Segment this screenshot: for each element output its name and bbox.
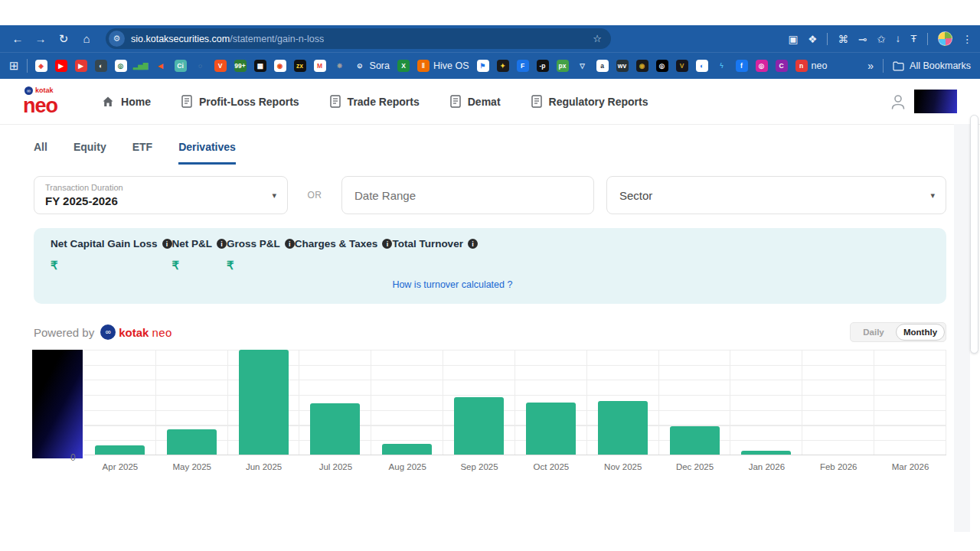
bookmark-item[interactable]: ◐ <box>95 60 107 72</box>
reload-icon[interactable]: ↻ <box>54 29 74 49</box>
translate-icon[interactable]: Ŧ <box>910 33 916 44</box>
bookmark-item[interactable]: ❋ <box>334 60 346 72</box>
app-header: ∞ kotak neo Home Profit-Loss Reports Tra… <box>0 79 980 125</box>
chart-bar[interactable] <box>598 401 648 455</box>
x-axis-tick-label: Nov 2025 <box>587 455 659 471</box>
bookmark-item[interactable]: ⊙ Sora <box>354 60 390 72</box>
bookmark-item[interactable]: V <box>214 60 227 72</box>
info-icon[interactable]: i <box>162 239 172 249</box>
nav-item[interactable]: Home <box>102 96 151 108</box>
bookmark-item[interactable]: ▶ <box>55 60 67 72</box>
extension-bot-icon[interactable]: ⌘ <box>838 33 848 45</box>
bookmark-item[interactable]: ⚑ <box>477 60 489 72</box>
kotak-neo-logo[interactable]: ∞ kotak neo <box>23 86 57 116</box>
chart-bar[interactable] <box>310 403 360 455</box>
nav-item[interactable]: Demat <box>450 95 501 108</box>
nav-item[interactable]: Trade Reports <box>330 95 420 108</box>
summary-card-value: ₹ <box>227 255 295 276</box>
bookmark-item[interactable]: F <box>517 60 529 72</box>
chart-bar[interactable] <box>382 444 432 455</box>
bookmarks-overflow-icon[interactable]: » <box>867 60 874 72</box>
bookmark-item[interactable]: ◎ <box>656 60 668 72</box>
bookmark-item[interactable]: -p <box>537 60 549 72</box>
date-range-placeholder: Date Range <box>354 189 416 202</box>
bookmark-item[interactable]: px <box>557 60 569 72</box>
bookmark-item[interactable]: V <box>676 60 688 72</box>
tab[interactable]: Derivatives <box>178 141 236 165</box>
bookmark-item[interactable]: n neo <box>795 60 828 72</box>
bookmark-item[interactable]: ▽ <box>577 60 589 72</box>
info-icon[interactable]: i <box>382 239 392 249</box>
apps-grid-icon[interactable]: ⊞ <box>9 59 19 73</box>
bookmark-item[interactable]: 99+ <box>234 60 247 72</box>
extension-star-icon[interactable]: ✩ <box>877 33 885 45</box>
download-icon[interactable]: ↓ <box>896 33 901 44</box>
home-icon[interactable]: ⌂ <box>77 29 96 49</box>
tab[interactable]: All <box>34 141 47 165</box>
profile-avatar[interactable] <box>938 31 952 46</box>
chart-column <box>659 350 731 455</box>
bookmark-label: Hive OS <box>433 60 469 71</box>
info-icon[interactable]: i <box>217 239 227 249</box>
period-toggle: Daily Monthly <box>850 322 946 342</box>
tab[interactable]: Equity <box>74 141 106 165</box>
chart-bar[interactable] <box>670 426 720 455</box>
bookmark-item[interactable]: ◐ <box>696 60 708 72</box>
info-icon[interactable]: i <box>285 239 295 249</box>
bookmark-item[interactable]: C <box>776 60 788 72</box>
daily-toggle-button[interactable]: Daily <box>851 324 896 341</box>
back-icon[interactable]: ← <box>8 29 28 49</box>
bookmark-item[interactable]: ‖ Hive OS <box>417 60 469 72</box>
chart-plot-area <box>84 350 946 455</box>
date-range-input[interactable]: Date Range <box>341 176 594 214</box>
bookmark-item[interactable]: M <box>314 60 326 72</box>
address-bar[interactable]: ⚙ sio.kotaksecurities.com/statement/gain… <box>106 28 611 49</box>
bookmark-item[interactable]: X <box>397 60 410 72</box>
monthly-toggle-button[interactable]: Monthly <box>896 324 945 341</box>
chart-bar[interactable] <box>454 397 504 455</box>
bookmark-item[interactable]: ◌ <box>194 60 207 72</box>
nav-item[interactable]: Regulatory Reports <box>531 95 648 108</box>
bookmark-item[interactable]: ◈ <box>35 60 47 72</box>
transaction-duration-select[interactable]: Transaction Duration FY 2025-2026 ▾ <box>34 176 288 214</box>
bookmark-item[interactable]: ◎ <box>756 60 768 72</box>
person-icon[interactable] <box>890 93 906 111</box>
extensions-icon[interactable]: ❖ <box>808 33 817 45</box>
chart-bar[interactable] <box>741 451 791 455</box>
bookmark-item[interactable]: ◎ <box>115 60 127 72</box>
tab[interactable]: ETF <box>132 141 152 165</box>
site-settings-icon[interactable]: ⚙ <box>109 31 125 47</box>
scrollbar-thumb[interactable] <box>970 115 978 354</box>
sector-select[interactable]: Sector ▾ <box>606 176 946 214</box>
chart-bar[interactable] <box>167 429 217 455</box>
bookmark-item[interactable]: ▶ <box>75 60 87 72</box>
bookmark-item[interactable]: f <box>736 60 748 72</box>
side-panel-icon[interactable]: ▣ <box>789 33 799 45</box>
info-icon[interactable]: i <box>468 239 478 249</box>
bookmark-item[interactable]: ▂▅▇ <box>135 60 147 72</box>
bookmark-favicon: ▶ <box>55 60 67 72</box>
nav-item[interactable]: Profit-Loss Reports <box>181 95 299 108</box>
bookmark-favicon: ◉ <box>636 60 648 72</box>
bookmark-item[interactable]: wv <box>616 60 629 72</box>
bookmark-item[interactable]: ◀ <box>155 60 167 72</box>
bookmark-star-icon[interactable]: ☆ <box>593 33 606 44</box>
chart-bar[interactable] <box>526 403 576 455</box>
bookmark-item[interactable]: zx <box>294 60 306 72</box>
all-bookmarks-button[interactable]: All Bookmarks <box>893 60 971 71</box>
bookmark-item[interactable]: ◉ <box>636 60 648 72</box>
bookmark-item[interactable]: a <box>596 60 609 72</box>
page-content: AllEquityETFDerivatives Transaction Dura… <box>0 141 980 471</box>
menu-kebab-icon[interactable]: ⋮ <box>962 33 973 45</box>
forward-icon[interactable]: → <box>31 29 51 49</box>
bookmark-item[interactable]: ▦ <box>254 60 266 72</box>
chart-bar[interactable] <box>95 445 145 455</box>
bookmark-item[interactable]: ✦ <box>497 60 509 72</box>
bookmark-favicon: ▦ <box>254 60 266 72</box>
bookmark-item[interactable]: ◉ <box>274 60 286 72</box>
bookmark-item[interactable]: Ci <box>175 60 187 72</box>
chart-bar[interactable] <box>239 350 289 455</box>
bookmark-item[interactable]: ϟ <box>716 60 728 72</box>
turnover-help-link[interactable]: How is turnover calculated ? <box>392 279 512 290</box>
extension-key-icon[interactable]: ⊸ <box>858 33 867 45</box>
